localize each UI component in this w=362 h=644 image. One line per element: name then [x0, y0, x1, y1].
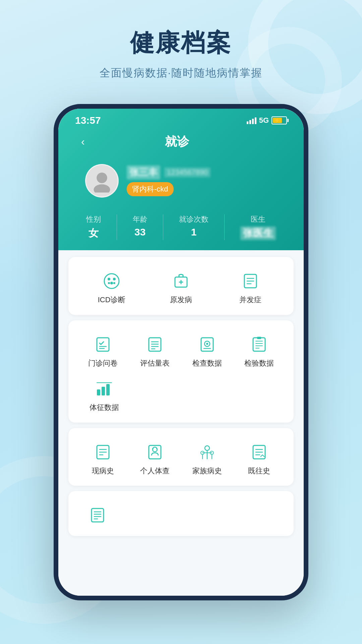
- network-type: 5G: [259, 116, 269, 125]
- phone-screen: 13:57 5G ⚡: [58, 109, 304, 596]
- testdata-label: 检验数据: [244, 359, 274, 368]
- stat-age: 年龄 33: [133, 214, 147, 240]
- svg-point-23: [206, 343, 208, 345]
- menu-item-complications[interactable]: 并发症: [218, 267, 284, 308]
- card-diagnosis-grid: ICD诊断 原发病: [78, 267, 284, 308]
- stat-doctor-label: 医生: [240, 214, 276, 224]
- menu-item-medication[interactable]: [85, 501, 110, 529]
- svg-rect-33: [106, 384, 110, 395]
- svg-point-0: [97, 173, 107, 183]
- current-history-label: 现病史: [92, 466, 114, 476]
- phone-frame: 13:57 5G ⚡: [54, 104, 308, 600]
- testdata-icon: [248, 334, 270, 355]
- primary-disease-icon: [170, 270, 192, 292]
- svg-point-2: [104, 274, 119, 288]
- stat-visits: 就诊次数 1: [179, 214, 208, 240]
- page-subtitle: 全面慢病数据·随时随地病情掌握: [0, 66, 362, 80]
- menu-item-testdata[interactable]: 检验数据: [235, 330, 284, 372]
- card-medication-row: [78, 501, 284, 529]
- svg-rect-32: [102, 387, 105, 395]
- stat-visits-value: 1: [179, 226, 208, 238]
- stat-divider-2: [163, 214, 163, 240]
- status-time: 13:57: [75, 115, 101, 126]
- questionnaire-label: 门诊问卷: [88, 359, 118, 368]
- svg-point-6: [108, 282, 110, 284]
- stat-divider-3: [224, 214, 225, 240]
- menu-item-family-history[interactable]: 家族病史: [183, 438, 232, 479]
- menu-item-questionnaire[interactable]: 门诊问卷: [78, 330, 127, 372]
- svg-point-5: [110, 282, 113, 284]
- page-title: 健康档案: [0, 27, 362, 59]
- stat-doctor: 医生 张医生: [240, 214, 276, 240]
- menu-item-examdata[interactable]: 检查数据: [183, 330, 232, 372]
- scroll-content[interactable]: ICD诊断 原发病: [58, 250, 304, 596]
- menu-item-icd[interactable]: ICD诊断: [78, 267, 144, 308]
- complications-label: 并发症: [239, 295, 261, 305]
- personal-exam-icon: [144, 441, 166, 463]
- svg-rect-25: [253, 338, 265, 351]
- past-history-icon: [248, 441, 270, 463]
- profile-id: 1234567890: [164, 167, 210, 177]
- past-history-label: 既往史: [248, 466, 270, 476]
- menu-item-primary[interactable]: 原发病: [148, 267, 214, 308]
- menu-item-past-history[interactable]: 既往史: [235, 438, 284, 479]
- svg-point-3: [108, 278, 110, 280]
- stat-divider-1: [117, 214, 117, 240]
- examdata-label: 检查数据: [192, 359, 222, 368]
- icd-label: ICD诊断: [98, 295, 125, 305]
- svg-point-4: [113, 278, 116, 280]
- current-history-icon: [92, 441, 114, 463]
- menu-item-evaluation[interactable]: 评估量表: [131, 330, 180, 372]
- menu-item-current-history[interactable]: 现病史: [78, 438, 127, 479]
- vitals-label: 体征数据: [89, 403, 119, 413]
- signal-bar-3: [252, 119, 254, 124]
- complications-icon: [240, 270, 261, 292]
- icd-icon: [101, 270, 122, 292]
- svg-point-1: [94, 184, 110, 193]
- evaluation-icon: [144, 334, 166, 355]
- card-history-grid: 现病史: [78, 438, 284, 479]
- back-button[interactable]: ‹: [78, 133, 87, 151]
- card-records-row2: 体征数据: [78, 375, 284, 416]
- card-history: 现病史: [68, 428, 294, 486]
- battery-fill: ⚡: [273, 118, 282, 123]
- battery-bolt-icon: ⚡: [275, 118, 280, 123]
- svg-rect-30: [257, 337, 261, 339]
- menu-item-personal-exam[interactable]: 个人体查: [131, 438, 180, 479]
- phone-wrapper: 13:57 5G ⚡: [0, 104, 362, 600]
- status-icons: 5G ⚡: [247, 116, 287, 125]
- department-tag: 肾内科-ckd: [127, 182, 174, 196]
- signal-bar-4: [255, 117, 256, 124]
- profile-name-row: 张三丰 1234567890: [127, 165, 277, 179]
- stat-gender: 性别 女: [86, 214, 101, 240]
- card-medication-partial: [68, 491, 294, 536]
- family-history-icon: [196, 441, 218, 463]
- examdata-icon: [196, 334, 218, 355]
- phone-header: 13:57 5G ⚡: [58, 109, 304, 250]
- profile-info: 张三丰 1234567890 肾内科-ckd: [127, 165, 277, 196]
- vitals-icon: [94, 378, 115, 399]
- signal-bar-1: [247, 121, 248, 124]
- signal-bar-2: [249, 120, 251, 124]
- card-records: 门诊问卷: [68, 320, 294, 423]
- avatar: [85, 164, 119, 198]
- medication-icon: [87, 504, 108, 526]
- menu-item-vitals[interactable]: 体征数据: [78, 375, 130, 416]
- stat-doctor-value: 张医生: [240, 226, 276, 240]
- stats-row: 性别 女 年龄 33 就诊次数 1 医生: [72, 208, 290, 250]
- questionnaire-icon: [92, 334, 114, 355]
- svg-rect-13: [97, 338, 109, 351]
- stat-visits-label: 就诊次数: [179, 214, 208, 224]
- primary-label: 原发病: [170, 295, 192, 305]
- card-records-row1: 门诊问卷: [78, 330, 284, 372]
- nav-bar: ‹ 就诊: [72, 129, 290, 157]
- svg-point-40: [153, 447, 157, 452]
- stat-gender-label: 性别: [86, 214, 101, 224]
- family-history-label: 家族病史: [192, 466, 222, 476]
- signal-bars-icon: [247, 117, 256, 124]
- svg-rect-54: [92, 508, 104, 522]
- page-header: 健康档案 全面慢病数据·随时随地病情掌握: [0, 0, 362, 94]
- svg-point-41: [152, 448, 154, 449]
- stat-age-value: 33: [133, 226, 147, 238]
- profile-section: 张三丰 1234567890 肾内科-ckd: [72, 157, 290, 208]
